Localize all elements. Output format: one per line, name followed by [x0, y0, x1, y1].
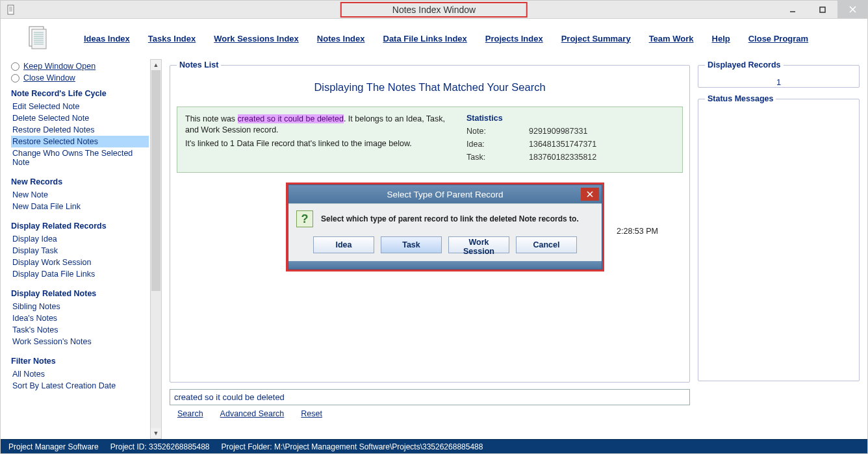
app-window: Notes Index Window Ideas Index Tasks Ind…: [0, 0, 868, 454]
stat-task-val: 183760182335812: [529, 153, 596, 162]
window-buttons: [778, 1, 867, 18]
note-card[interactable]: This note was created so it could be del…: [177, 107, 683, 173]
nav-restore-selected-notes[interactable]: Restore Selected Notes: [11, 136, 149, 147]
nav-ideas-notes[interactable]: Idea's Notes: [11, 312, 149, 324]
nav-new-note[interactable]: New Note: [11, 189, 149, 201]
menu-work-sessions-index[interactable]: Work Sessions Index: [214, 34, 299, 44]
maximize-button[interactable]: [808, 1, 837, 18]
statusbar: Project Manager Software Project ID: 335…: [1, 439, 867, 453]
section-display-related-records: Display Related Records: [11, 221, 149, 231]
section-filter-notes: Filter Notes: [11, 357, 149, 366]
close-button[interactable]: [837, 1, 867, 18]
dialog-close-button[interactable]: [581, 188, 599, 201]
reset-link[interactable]: Reset: [301, 409, 322, 418]
dialog-idea-button[interactable]: Idea: [313, 236, 374, 253]
menu-ideas-index[interactable]: Ideas Index: [84, 34, 130, 44]
scroll-down-icon[interactable]: ▼: [151, 428, 161, 438]
nav-restore-deleted-notes[interactable]: Restore Deleted Notes: [11, 124, 149, 136]
minimize-button[interactable]: [778, 1, 808, 18]
menu-projects-index[interactable]: Projects Index: [485, 34, 543, 44]
left-panel: Keep Window Open Close Window Note Recor…: [1, 58, 150, 439]
close-window-radio[interactable]: Close Window: [11, 73, 149, 82]
note-text: This note was created so it could be del…: [185, 114, 459, 166]
svg-rect-6: [820, 7, 825, 12]
menu-team-work[interactable]: Team Work: [649, 34, 694, 44]
list-title: Displaying The Notes That Matched Your S…: [177, 81, 683, 94]
main-menu: Ideas Index Tasks Index Work Sessions In…: [1, 19, 867, 58]
nav-change-owner[interactable]: Change Who Owns The Selected Note: [11, 147, 149, 168]
titlebar: Notes Index Window: [1, 1, 867, 19]
nav-display-idea[interactable]: Display Idea: [11, 233, 149, 245]
stat-idea-val: 136481351747371: [529, 140, 596, 149]
left-scrollbar[interactable]: ▲ ▼: [150, 58, 164, 439]
status-messages-legend: Status Messages: [705, 94, 776, 103]
nav-display-work-session[interactable]: Display Work Session: [11, 257, 149, 268]
nav-display-task[interactable]: Display Task: [11, 245, 149, 257]
search-link[interactable]: Search: [177, 409, 203, 418]
menu-tasks-index[interactable]: Tasks Index: [148, 34, 196, 44]
search-area: Search Advanced Search Reset: [170, 389, 690, 418]
search-input[interactable]: [170, 389, 690, 405]
parent-record-dialog: Select Type Of Parent Record ? Select wh…: [288, 184, 602, 270]
question-icon: ?: [296, 210, 313, 227]
nav-tasks-notes[interactable]: Task's Notes: [11, 324, 149, 336]
nav-sort-latest-creation[interactable]: Sort By Latest Creation Date: [11, 380, 149, 392]
nav-work-sessions-notes[interactable]: Work Session's Notes: [11, 336, 149, 347]
center-panel: Notes List Displaying The Notes That Mat…: [164, 58, 695, 439]
scroll-up-icon[interactable]: ▲: [151, 60, 161, 70]
window-title: Notes Index Window: [340, 2, 528, 18]
menu-help[interactable]: Help: [712, 34, 730, 44]
nav-display-data-file-links[interactable]: Display Data File Links: [11, 268, 149, 280]
right-panel: Displayed Records 1 Status Messages: [695, 58, 867, 439]
stats-heading: Statistics: [466, 114, 674, 123]
displayed-records-legend: Displayed Records: [705, 60, 784, 69]
stat-task-key: Task:: [466, 153, 525, 162]
nav-new-data-file-link[interactable]: New Data File Link: [11, 201, 149, 212]
document-icon: [6, 5, 16, 15]
dialog-message: Select which type of parent record to li…: [321, 214, 579, 223]
displayed-records-value: 1: [705, 73, 852, 88]
nav-sibling-notes[interactable]: Sibling Notes: [11, 301, 149, 312]
stat-note-key: Note:: [466, 127, 525, 136]
menu-data-file-links-index[interactable]: Data File Links Index: [383, 34, 467, 44]
stat-idea-key: Idea:: [466, 140, 525, 149]
status-app-name: Project Manager Software: [8, 442, 99, 451]
nav-edit-selected-note[interactable]: Edit Selected Note: [11, 101, 149, 112]
dialog-work-session-button[interactable]: Work Session: [448, 236, 509, 253]
nav-all-notes[interactable]: All Notes: [11, 368, 149, 380]
dialog-title: Select Type Of Parent Record: [387, 190, 503, 199]
dialog-task-button[interactable]: Task: [381, 236, 442, 253]
note-highlight: created so it could be deleted: [238, 114, 344, 123]
section-display-related-notes: Display Related Notes: [11, 289, 149, 298]
dialog-highlight: Select Type Of Parent Record ? Select wh…: [286, 183, 604, 271]
advanced-search-link[interactable]: Advanced Search: [220, 409, 285, 418]
note-stats: Statistics Note:9291909987331 Idea:13648…: [466, 114, 674, 166]
menu-close-program[interactable]: Close Program: [748, 34, 808, 44]
keep-window-open-radio[interactable]: Keep Window Open: [11, 62, 149, 71]
trailing-timestamp: 2:28:53 PM: [617, 227, 658, 236]
notes-list-legend: Notes List: [177, 60, 221, 69]
menu-notes-index[interactable]: Notes Index: [317, 34, 365, 44]
nav-delete-selected-note[interactable]: Delete Selected Note: [11, 112, 149, 124]
menu-project-summary[interactable]: Project Summary: [561, 34, 631, 44]
stat-note-val: 9291909987331: [529, 127, 587, 136]
dialog-cancel-button[interactable]: Cancel: [516, 236, 577, 253]
status-messages-group: Status Messages: [698, 94, 860, 381]
notes-list-group: Notes List Displaying The Notes That Mat…: [170, 60, 690, 383]
status-project-id: Project ID: 33526268885488: [110, 442, 210, 451]
displayed-records-group: Displayed Records 1: [698, 60, 860, 88]
section-life-cycle: Note Record's Life Cycle: [11, 89, 149, 98]
section-new-records: New Records: [11, 177, 149, 186]
client-area: Ideas Index Tasks Index Work Sessions In…: [1, 19, 867, 453]
document-pages-icon: [27, 25, 49, 51]
dialog-titlebar: Select Type Of Parent Record: [288, 185, 602, 203]
status-project-folder: Project Folder: M:\Project Management So…: [222, 442, 483, 451]
